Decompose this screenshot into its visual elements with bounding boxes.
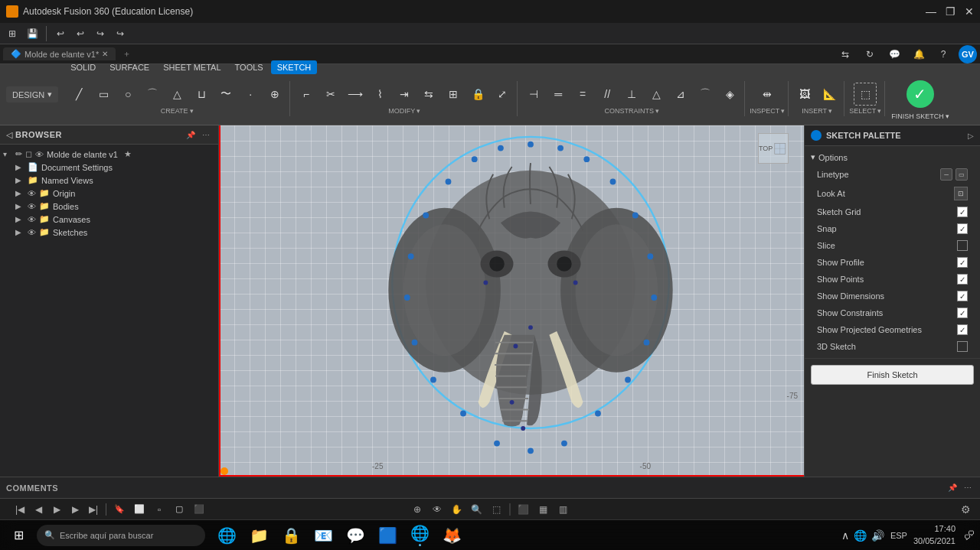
show-points-checkbox[interactable] (957, 274, 968, 285)
palette-options-header[interactable]: ▾ Options (811, 149, 974, 165)
bookmark-icon[interactable]: 🔖 (111, 501, 128, 518)
tree-expand-doc[interactable]: ▶ (15, 163, 24, 171)
frame-icon[interactable]: ⬜ (131, 501, 148, 518)
tree-eye-origin[interactable]: 👁 (28, 189, 36, 198)
elephant-drawing[interactable] (257, 133, 804, 461)
undo-arrow-icon[interactable]: ↩ (71, 24, 90, 43)
sidebar-options-icon[interactable]: ⋯ (200, 129, 212, 141)
tree-star-icon[interactable]: ★ (124, 149, 132, 159)
lock-tool[interactable]: 🔒 (466, 83, 489, 106)
show-constraints-checkbox[interactable] (957, 308, 968, 318)
linetype-dashed-icon[interactable]: ▭ (956, 168, 968, 181)
tree-eye-icon[interactable]: 👁 (35, 150, 44, 159)
linetype-solid-icon[interactable]: ─ (940, 168, 952, 181)
horizontal-tool[interactable]: △ (645, 83, 668, 106)
palette-row-show-constraints[interactable]: Show Constraints (811, 304, 974, 321)
palette-row-show-profile[interactable]: Show Profile (811, 254, 974, 271)
view-cube[interactable]: TOP (758, 133, 796, 171)
taskbar-explorer[interactable]: 📁 (243, 520, 274, 551)
spline-tool[interactable]: 〜 (214, 83, 237, 106)
collinear-tool[interactable]: ═ (547, 83, 570, 106)
notification-center-icon[interactable]: 🗪 (962, 528, 977, 543)
tree-item-sketches[interactable]: ▶ 👁 📁 Sketches (0, 226, 218, 239)
display2-icon[interactable]: ▥ (555, 501, 572, 518)
redo-arrow-icon[interactable]: ↪ (111, 24, 129, 43)
equal-tool[interactable]: = (571, 83, 594, 106)
insert-dxf-tool[interactable]: 📐 (818, 83, 841, 106)
design-dropdown[interactable]: DESIGN ▾ (6, 86, 58, 103)
insert-label[interactable]: INSERT ▾ (802, 107, 832, 115)
perpendicular-tool[interactable]: ⊥ (620, 83, 643, 106)
active-tab[interactable]: 🔷 Molde de elante v1* ✕ (3, 47, 116, 60)
extend-tool[interactable]: ⟶ (344, 83, 367, 106)
measure-bottom-icon[interactable]: ⬚ (488, 501, 505, 518)
show-projected-checkbox[interactable] (957, 324, 968, 335)
palette-expand-icon[interactable]: ▷ (968, 132, 974, 140)
tree-eye-bodies[interactable]: 👁 (28, 202, 36, 211)
palette-row-show-projected[interactable]: Show Projected Geometries (811, 321, 974, 338)
frame3-icon[interactable]: ▢ (171, 501, 188, 518)
tree-expand-canvases[interactable]: ▶ (15, 215, 24, 223)
redo-button[interactable]: ↪ (91, 24, 109, 43)
circle-tool[interactable]: ○ (116, 83, 139, 106)
active-frame-icon[interactable]: ⬛ (191, 501, 207, 518)
scale-tool[interactable]: ⤢ (491, 83, 514, 106)
tree-item-named-views[interactable]: ▶ 📁 Named Views (0, 174, 218, 187)
tab-sheet-metal[interactable]: SHEET METAL (157, 60, 227, 74)
insert-image-tool[interactable]: 🖼 (793, 83, 816, 106)
point-tool[interactable]: · (239, 83, 262, 106)
break-tool[interactable]: ⌇ (368, 83, 391, 106)
create-label[interactable]: CREATE ▾ (161, 107, 194, 115)
taskbar-teams[interactable]: 🟦 (372, 520, 403, 551)
tree-expand-origin[interactable]: ▶ (15, 189, 24, 197)
fix-tool[interactable]: ◈ (718, 83, 741, 106)
zoom-icon[interactable]: 🔍 (469, 501, 485, 518)
tab-sketch[interactable]: SKETCH (271, 60, 318, 74)
palette-row-show-points[interactable]: Show Points (811, 271, 974, 288)
tree-eye-sketches[interactable]: 👁 (28, 228, 36, 237)
arc-tool[interactable]: ⌒ (141, 83, 164, 106)
tree-eye-canvases[interactable]: 👁 (28, 215, 36, 224)
palette-row-slice[interactable]: Slice (811, 237, 974, 254)
comments-pin-icon[interactable]: 📌 (946, 482, 959, 494)
system-clock[interactable]: 17:40 30/05/2021 (913, 523, 956, 547)
coincident-tool[interactable]: ⊣ (522, 83, 545, 106)
tab-tools[interactable]: TOOLS (229, 60, 270, 74)
taskbar-firefox[interactable]: 🦊 (436, 520, 467, 551)
comments-options-icon[interactable]: ⋯ (962, 482, 974, 494)
tab-surface[interactable]: SURFACE (103, 60, 155, 74)
tree-item-bodies[interactable]: ▶ 👁 📁 Bodies (0, 200, 218, 213)
create-more[interactable]: ⊕ (263, 83, 286, 106)
finish-sketch-palette-button[interactable]: Finish Sketch (811, 365, 974, 385)
tree-item-canvases[interactable]: ▶ 👁 📁 Canvases (0, 213, 218, 226)
network-icon[interactable]: 🌐 (854, 529, 867, 542)
play-button[interactable]: ▶ (49, 502, 64, 517)
add-tab-button[interactable]: ＋ (119, 47, 134, 62)
frame2-icon[interactable]: ▫ (151, 501, 168, 518)
project-tool[interactable]: ⊞ (442, 83, 465, 106)
next-end-button[interactable]: ▶| (86, 502, 101, 517)
save-icon[interactable]: 💾 (23, 24, 41, 43)
inspect-label[interactable]: INSPECT ▾ (750, 107, 785, 115)
palette-row-3d-sketch[interactable]: 3D Sketch (811, 338, 974, 355)
pan-icon[interactable]: ✋ (449, 501, 466, 518)
fillet-tool[interactable]: ⌐ (295, 83, 318, 106)
orbit-icon[interactable]: ⊕ (409, 501, 426, 518)
prev-start-button[interactable]: |◀ (12, 502, 28, 517)
display-icon[interactable]: ▦ (535, 501, 552, 518)
rect-tool[interactable]: ▭ (92, 83, 115, 106)
mirror-tool[interactable]: ⇆ (417, 83, 440, 106)
select-tool[interactable]: ⬚ (854, 83, 877, 106)
snap-checkbox[interactable] (957, 223, 968, 234)
sidebar-collapse-icon[interactable]: ◁ (6, 130, 12, 140)
taskbar-cortana[interactable]: 🌐 (211, 520, 242, 551)
tangent-tool[interactable]: ⌒ (694, 83, 717, 106)
windows-start-button[interactable]: ⊞ (3, 520, 34, 551)
palette-row-snap[interactable]: Snap (811, 220, 974, 237)
tree-item-root[interactable]: ▾ ✏ ◻ 👁 Molde de elante v1 ★ (0, 148, 218, 161)
slot-tool[interactable]: ⊔ (190, 83, 213, 106)
look-icon[interactable]: 👁 (429, 501, 446, 518)
taskbar-security[interactable]: 🔒 (276, 520, 306, 551)
settings-icon[interactable]: ⚙ (957, 501, 974, 518)
taskbar-search[interactable]: 🔍 Escribe aquí para buscar (37, 525, 205, 546)
